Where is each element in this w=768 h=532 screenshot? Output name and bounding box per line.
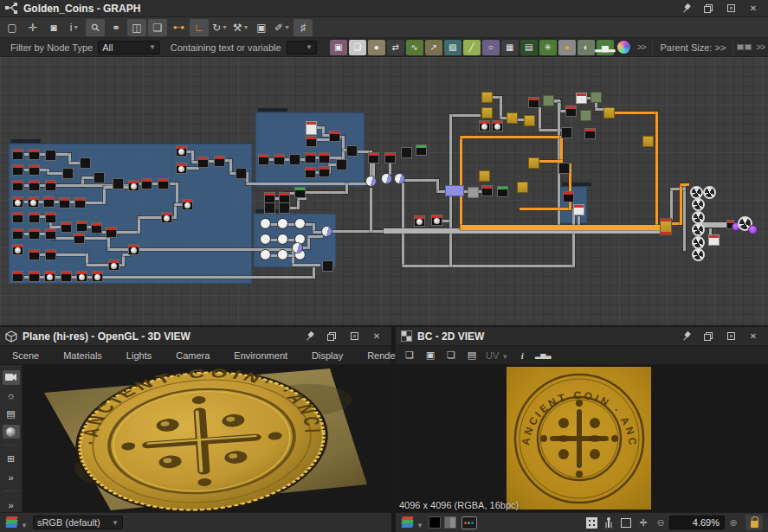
graph-node-r[interactable] [384,152,396,163]
layers-icon[interactable]: ❏ [148,19,167,36]
graph-node-k[interactable] [561,127,572,138]
thumbnail-icon[interactable]: ▣ [252,19,271,36]
curve-icon[interactable]: ∿ [406,40,423,55]
node-type-combo[interactable]: All ▼ [98,41,160,54]
graph-node-r[interactable] [74,233,85,244]
pan-view-icon[interactable]: ✛ [23,19,42,36]
duplicate-view-icon[interactable]: ❏ [400,347,419,364]
graph-node-k[interactable] [401,147,412,158]
screenshot-icon[interactable]: ◙ [44,19,63,36]
graph-node-r[interactable] [306,136,317,147]
graph-node-rw[interactable] [431,215,442,226]
view2d-viewport[interactable]: ANCIENT COIN · ANCIENT COIN · 4096 x 409… [396,365,768,512]
histogram-icon[interactable]: ▂▅▂ [597,40,614,55]
graph-node-g[interactable] [528,157,539,169]
graph-node-r[interactable] [61,221,72,233]
graph-node-r[interactable] [274,154,285,165]
graph-node-cw[interactable] [277,218,288,229]
close-icon[interactable]: ✕ [371,331,383,342]
graph-node-g[interactable] [507,112,518,124]
graph-node-r[interactable] [258,154,269,165]
graph-node-w[interactable] [573,204,584,215]
graph-node-gh[interactable] [294,187,306,198]
graph-node-r[interactable] [43,196,55,208]
search-icon[interactable]: ⚲ [86,19,105,36]
elbow-link-icon[interactable]: ∟ [190,19,209,36]
colorspace-combo[interactable]: sRGB (default) ▼ [33,516,123,529]
graph-node-rw[interactable] [28,196,39,208]
snap-grid-icon[interactable]: ♯ [294,19,313,36]
graph-node-k[interactable] [236,168,247,179]
graph-node-r[interactable] [12,164,23,176]
close-icon[interactable]: ✕ [747,3,759,14]
graph-node-w[interactable] [708,234,720,246]
more-chevrons[interactable]: » [3,470,20,484]
float-window-icon[interactable] [326,331,338,342]
graph-node-r[interactable] [12,212,23,223]
graph-node-r[interactable] [91,222,102,234]
graph-node-c[interactable] [692,211,705,224]
panel-nodes-icon[interactable] [737,44,752,50]
graph-node-pb[interactable] [748,225,758,234]
frame-view-icon[interactable] [617,515,635,530]
graph-node-k[interactable] [346,145,358,157]
graph-node-rw[interactable] [76,271,87,282]
color-profile-layers-icon[interactable] [401,516,415,529]
dot-link-icon[interactable]: ●─● [169,19,188,36]
graph-node-rw[interactable] [182,199,193,210]
menu-lights[interactable]: Lights [114,350,164,361]
float-window-icon[interactable] [702,3,714,14]
graph-node-k[interactable] [62,168,74,179]
pin-icon[interactable] [680,3,692,14]
graph-node-r[interactable] [106,227,117,238]
graph-node-r[interactable] [481,185,493,196]
graph-node-r[interactable] [29,180,40,191]
graph-node-w[interactable] [576,93,587,104]
graph-node-r[interactable] [319,152,330,163]
graph-node-r[interactable] [584,128,596,139]
graph-node-r[interactable] [158,178,169,189]
graph-node-r[interactable] [29,249,40,260]
graph-node-r[interactable] [12,271,23,282]
graph-node-g[interactable] [642,136,654,147]
rgb-channels-icon[interactable] [461,516,477,529]
graph-node-rw[interactable] [44,271,55,282]
graph-node-k[interactable] [45,150,56,161]
graph-node-cw[interactable] [277,249,288,260]
parent-size-button[interactable]: Parent Size: >> [660,42,726,53]
graph-node-r[interactable] [29,149,40,160]
more-chevrons-2[interactable]: » [3,497,20,512]
graph-node-k[interactable] [558,163,570,174]
graph-node-rw[interactable] [492,120,503,131]
graph-node-c[interactable] [692,248,705,261]
uv-mode-combo[interactable]: UV ▼ [486,350,508,361]
graph-node-r[interactable] [368,152,379,163]
background-gray-swatch[interactable] [444,516,456,529]
graph-node-r[interactable] [76,221,87,232]
graph-node-k[interactable] [336,159,347,170]
graph-node-rw[interactable] [414,215,425,227]
light-bulb-icon[interactable]: ☼ [3,388,20,403]
graph-node-r[interactable] [565,106,577,117]
blur-icon[interactable]: ● [368,40,385,55]
graph-node-c[interactable] [692,223,705,236]
graph-node-k[interactable] [264,202,275,214]
zoom-in-icon[interactable]: ⊕ [725,515,742,530]
graph-node-g[interactable] [603,107,615,119]
close-icon[interactable]: ✕ [747,331,759,342]
graph-node-r[interactable] [319,166,330,177]
graph-node-r[interactable] [45,228,56,240]
scatter-icon[interactable]: ✳ [539,40,557,55]
graph-node-gr[interactable] [591,92,602,103]
graph-node-g[interactable] [524,115,535,126]
graph-node-r[interactable] [59,197,70,208]
fit-person-icon[interactable] [600,515,617,530]
graph-node-cw[interactable] [294,218,306,229]
node-graph-icon[interactable]: ◫ [127,19,146,36]
uv-grid-icon[interactable]: ⊞ [3,452,20,466]
maximize-icon[interactable] [725,3,737,14]
link-mode-icon[interactable]: ⚭ [106,19,126,36]
info-icon[interactable]: i▼ [65,19,84,36]
grid-toggle-icon[interactable] [583,515,600,530]
graph-node-r[interactable] [305,167,316,178]
